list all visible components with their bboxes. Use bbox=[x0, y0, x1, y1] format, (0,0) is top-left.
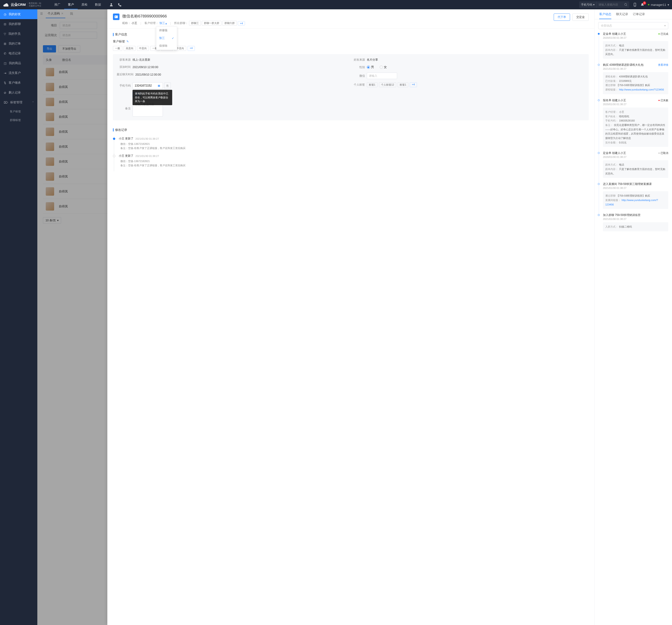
sidebar-item-calls[interactable]: ✆电话记录 bbox=[0, 49, 37, 58]
activity-item: 购买 4399理财课进阶课程大礼包查看详情2021/01/30 01:38:27… bbox=[599, 63, 668, 98]
proxy-order-button[interactable]: 代下单 bbox=[554, 14, 570, 21]
edit-icon[interactable]: ✎ bbox=[126, 40, 129, 43]
timeline-dot bbox=[598, 33, 600, 35]
dropdown-option[interactable]: 张三✓ bbox=[156, 34, 177, 42]
svg-point-0 bbox=[111, 3, 112, 5]
user-menu[interactable]: manager11 ▾ bbox=[648, 3, 669, 6]
history-item: 小王 更新了2021/01/30 01:38:27微信：空值-136721828… bbox=[114, 137, 589, 154]
radio-female[interactable]: 女 bbox=[380, 65, 387, 69]
customer-app-icon bbox=[113, 14, 119, 20]
tab-chat[interactable]: 聊天记录 bbox=[616, 12, 628, 19]
exit-icon: ⇥ bbox=[4, 71, 6, 75]
group-more-chip[interactable]: +4 bbox=[238, 21, 245, 25]
activity-item: 定金单 创建人小王已完成2020/01/30 01:38:27跟单方式：电话跟单… bbox=[599, 32, 668, 63]
phone-tooltip: 查询到此手机号码在系统中已存在，可以将两条客户数据合并为一条 bbox=[133, 90, 172, 105]
tag-icon: ⌦ bbox=[4, 101, 8, 104]
logo-subtitle: 教育机构一站式服务云平台 bbox=[27, 2, 41, 7]
group-chip[interactable]: 群聊一群大群 bbox=[202, 21, 221, 26]
box-icon: ◫ bbox=[4, 61, 6, 65]
username: manager11 bbox=[651, 3, 666, 6]
customer-tag[interactable]: 高意向 bbox=[124, 46, 136, 51]
sidebar-item-products[interactable]: ◫我的商品 bbox=[0, 58, 37, 68]
wechat-input[interactable] bbox=[367, 73, 397, 79]
sidebar-sub-customer-tags[interactable]: 客户标签 bbox=[0, 107, 37, 116]
inherit-icon: ⇅ bbox=[4, 81, 6, 85]
activity-item: 报名单 创建人小王已失败2020/01/30 01:38:27客户经理：小王客户… bbox=[599, 98, 668, 151]
topbar: 云朵CRM 教育机构一站式服务云平台 推广 客户 质检 数据 手机号码 ▾ 5 … bbox=[0, 0, 672, 9]
sidebar-item-inherit[interactable]: ⇅客户继承 bbox=[0, 78, 37, 88]
nav-tab-promo[interactable]: 推广 bbox=[51, 0, 64, 9]
dropdown-option[interactable]: 俱保咏 bbox=[156, 42, 177, 50]
customer-tag[interactable]: 中意向 bbox=[137, 46, 149, 51]
timeline-dot bbox=[598, 64, 600, 66]
phone-icon: ✆ bbox=[4, 52, 6, 55]
phone-grid-icon[interactable]: ▦ bbox=[158, 84, 160, 87]
timeline-dot bbox=[598, 99, 600, 101]
filter-icon: ▽ bbox=[4, 32, 6, 36]
personal-tag-more[interactable]: +4 bbox=[410, 82, 417, 87]
radio-male[interactable]: 男 bbox=[367, 65, 374, 69]
chevron-down-icon: ▾ bbox=[593, 3, 595, 6]
customer-title: 微信名称6789990000966 bbox=[122, 14, 551, 19]
delete-icon: ⊘ bbox=[4, 91, 6, 95]
timeline-dot bbox=[598, 152, 600, 154]
personal-tag[interactable]: 个人标签12 bbox=[379, 82, 396, 87]
phone-icon[interactable] bbox=[118, 3, 122, 6]
nav-tab-qc[interactable]: 质检 bbox=[78, 0, 91, 9]
activity-item: 加入群聊 759-59班理财训练营2021/01/30 01:38:27入群方式… bbox=[599, 213, 668, 235]
timeline-dot bbox=[598, 214, 600, 216]
logo: 云朵CRM 教育机构一站式服务云平台 bbox=[3, 1, 41, 8]
chevron-down-icon: ▾ bbox=[668, 3, 669, 6]
nav-tabs: 推广 客户 质检 数据 bbox=[51, 0, 105, 9]
activity-item: 定金单 创建人小王已取消2020/01/30 01:38:27跟单方式：电话跟单… bbox=[599, 151, 668, 182]
clock-icon: ◷ bbox=[4, 12, 6, 16]
search-input[interactable] bbox=[597, 3, 622, 6]
bell-icon[interactable]: 5 bbox=[641, 3, 644, 6]
activity-filter-select[interactable]: 全部动态▾ bbox=[598, 22, 668, 29]
logo-icon bbox=[3, 1, 9, 8]
tab-activity[interactable]: 客户动态 bbox=[599, 12, 611, 19]
svg-point-4 bbox=[115, 16, 116, 17]
tag-more[interactable]: +4 bbox=[188, 46, 195, 51]
group-chip[interactable]: 群聊三 bbox=[189, 21, 201, 26]
view-detail-link[interactable]: 查看详情 bbox=[658, 63, 668, 67]
sidebar-item-groups[interactable]: ⊟我的群聊 bbox=[0, 19, 37, 29]
copy-icon[interactable]: ⎘ bbox=[164, 82, 171, 89]
history-item: 小王 更新了2021/01/30 01:38:27微信：空值-136721828… bbox=[114, 154, 589, 171]
search-wrap: 手机号码 ▾ bbox=[579, 1, 629, 8]
message-icon: ⊟ bbox=[4, 22, 6, 26]
external-link[interactable]: http://www.yunduoketang.com/?123456 bbox=[619, 88, 664, 91]
dropdown-option[interactable]: 师馨薇 bbox=[156, 27, 177, 34]
deposit-button[interactable]: 交定金 bbox=[572, 14, 589, 21]
notification-badge: 5 bbox=[643, 1, 646, 5]
manager-dropdown: 师馨薇 张三✓ 俱保咏 bbox=[156, 26, 177, 50]
sidebar-item-delete-log[interactable]: ⊘删人记录 bbox=[0, 88, 37, 98]
svg-point-1 bbox=[625, 3, 627, 6]
sidebar-item-students[interactable]: ▽我的学员 bbox=[0, 29, 37, 39]
sidebar-item-friends[interactable]: ◷我的好友 bbox=[0, 9, 37, 19]
check-icon: ✓ bbox=[172, 36, 174, 40]
nav-tab-data[interactable]: 数据 bbox=[91, 0, 105, 9]
chevron-up-icon: ˄ bbox=[32, 101, 33, 104]
personal-tag[interactable]: 标签1 bbox=[367, 82, 378, 87]
sidebar-item-lost[interactable]: ⇥流失客户 bbox=[0, 68, 37, 78]
search-icon[interactable] bbox=[622, 3, 629, 6]
sidebar-item-orders[interactable]: ⊞我的订单 bbox=[0, 39, 37, 49]
chevron-down-icon: ▾ bbox=[664, 24, 666, 27]
group-chip[interactable]: 群聊六群 bbox=[222, 21, 237, 26]
personal-tag[interactable]: 标签1 bbox=[398, 82, 408, 87]
person-icon[interactable] bbox=[110, 3, 113, 6]
tab-orders[interactable]: 订单记录 bbox=[633, 12, 645, 19]
customer-tag[interactable]: 一般 bbox=[113, 46, 122, 51]
nav-tab-customer[interactable]: 客户 bbox=[64, 0, 78, 9]
timeline-dot bbox=[598, 183, 600, 185]
sidebar-item-tags[interactable]: ⌦标签管理˄ bbox=[0, 98, 37, 107]
logo-text: 云朵CRM bbox=[11, 3, 26, 7]
status-dot bbox=[648, 4, 649, 5]
manager-select[interactable]: 张三 ▴ bbox=[159, 21, 167, 25]
search-type-select[interactable]: 手机号码 ▾ bbox=[579, 1, 597, 8]
mobile-icon[interactable] bbox=[633, 3, 637, 6]
activity-item: 进入直播间 759-59班第三期理财直播课2021/01/30 01:38:27… bbox=[599, 182, 668, 213]
sidebar-sub-group-tags[interactable]: 群聊标签 bbox=[0, 116, 37, 125]
customer-drawer: 微信名称6789990000966 昵称：小王 | 客户经理： 张三 ▴ 师馨薇 bbox=[107, 9, 672, 625]
